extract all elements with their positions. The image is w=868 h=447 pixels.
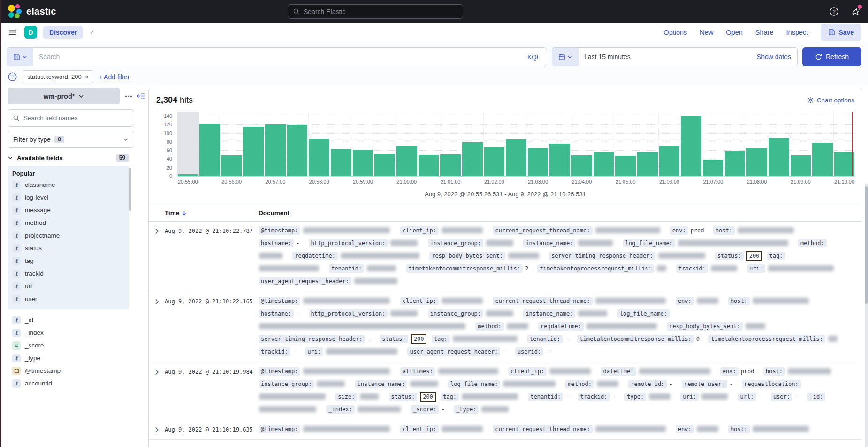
histogram-bar[interactable] [703, 160, 723, 176]
elastic-brand[interactable]: elastic [8, 4, 56, 18]
histogram-bar[interactable] [396, 146, 417, 176]
save-icon [828, 29, 835, 36]
histogram-bar[interactable] [419, 155, 439, 176]
expand-row-button[interactable] [149, 423, 165, 436]
histogram-bar[interactable] [746, 148, 767, 176]
available-fields-accordion[interactable]: Available fields 59 [8, 154, 129, 162]
refresh-button[interactable]: Refresh [802, 47, 861, 66]
breadcrumb-discover[interactable]: Discover [43, 26, 83, 39]
field-item-_id[interactable]: t_id [12, 314, 129, 326]
histogram-bar[interactable] [440, 154, 461, 176]
filter-pill-status-keyword[interactable]: status.keyword: 200 × [23, 70, 93, 83]
redacted-value [828, 336, 838, 342]
doc-field-name: timetakentoprocessrequest_millis: [537, 264, 654, 273]
time-range-value[interactable]: Last 15 minutes [579, 48, 751, 66]
new-link[interactable]: New [700, 29, 713, 36]
histogram-bar[interactable] [769, 138, 789, 176]
time-column-sort[interactable]: Time [165, 209, 259, 216]
page-scrollbar-thumb[interactable] [865, 186, 868, 304]
field-item-method[interactable]: tmethod [12, 216, 129, 229]
newsfeed-icon[interactable] [850, 6, 860, 16]
date-quick-select-button[interactable] [552, 48, 579, 66]
chart-options-button[interactable]: Chart options [807, 97, 854, 104]
histogram-bar[interactable] [571, 155, 592, 176]
expand-row-button[interactable] [149, 224, 165, 288]
histogram-bar[interactable] [331, 149, 351, 176]
histogram-bar[interactable] [594, 152, 614, 176]
highlighted-value: 200 [411, 334, 427, 344]
field-item-classname[interactable]: tclassname [12, 178, 129, 191]
field-item-@timestamp[interactable]: @timestamp [12, 364, 129, 377]
field-item-_score[interactable]: #_score [12, 339, 129, 352]
field-item-_index[interactable]: t_index [12, 326, 129, 339]
histogram-bar[interactable] [462, 142, 483, 176]
filter-menu-icon[interactable] [8, 72, 17, 82]
histogram-plot[interactable] [177, 112, 855, 177]
inspect-link[interactable]: Inspect [786, 29, 808, 36]
histogram-bar[interactable] [265, 124, 286, 177]
field-item-message[interactable]: tmessage [12, 204, 129, 216]
field-item-_type[interactable]: t_type [12, 352, 129, 364]
doc-field-name: client_ip: [400, 297, 439, 305]
field-item-uri[interactable]: turi [12, 280, 129, 293]
histogram-bar[interactable] [528, 148, 548, 176]
histogram-bar[interactable] [309, 139, 329, 176]
histogram-bar[interactable] [374, 154, 395, 176]
add-filter-link[interactable]: + Add filter [99, 73, 130, 81]
collapse-sidebar-icon[interactable] [137, 92, 145, 100]
query-input[interactable] [33, 48, 521, 66]
histogram-bar[interactable] [637, 152, 658, 176]
help-icon[interactable]: ? [829, 6, 839, 16]
menu-icon[interactable] [7, 27, 18, 38]
histogram-bar[interactable] [199, 124, 220, 176]
saved-query-menu-button[interactable] [7, 48, 33, 66]
filter-by-type-dropdown[interactable]: Filter by type 0 [8, 131, 134, 148]
field-item-accountid[interactable]: taccountid [12, 377, 129, 390]
field-item-log-level[interactable]: tlog-level [12, 191, 129, 204]
histogram-bar[interactable] [178, 174, 198, 176]
show-dates-link[interactable]: Show dates [751, 48, 797, 66]
histogram-bar[interactable] [243, 127, 264, 176]
histogram-bar[interactable] [659, 146, 680, 176]
workspace: wm-prod* Filter by type 0 [0, 85, 868, 447]
field-item-user[interactable]: tuser [12, 293, 129, 305]
field-item-trackid[interactable]: ttrackid [12, 267, 129, 280]
kql-toggle[interactable]: KQL [521, 48, 547, 66]
index-pattern-switcher[interactable]: wm-prod* [8, 88, 120, 104]
field-name-label: trackid [25, 270, 44, 277]
sidebar-scrollbar[interactable] [129, 168, 131, 211]
global-search-input[interactable] [304, 8, 458, 15]
redacted-value [649, 393, 670, 400]
y-axis-label: 100 [156, 131, 172, 136]
share-link[interactable]: Share [755, 29, 774, 36]
expand-row-button[interactable] [149, 295, 165, 358]
histogram-bar[interactable] [812, 143, 833, 176]
histogram-bar[interactable] [615, 156, 636, 176]
histogram-bar[interactable] [549, 144, 570, 176]
histogram-bar[interactable] [484, 147, 505, 176]
histogram-bar[interactable] [353, 150, 373, 176]
histogram-bar[interactable] [725, 151, 746, 176]
remove-filter-icon[interactable]: × [85, 73, 89, 81]
field-item-status[interactable]: tstatus [12, 242, 129, 254]
page-scrollbar[interactable] [865, 184, 868, 447]
time-range-subtitle: Aug 9, 2022 @ 20:55:26.531 - Aug 9, 2022… [149, 191, 862, 198]
field-search-input[interactable] [23, 115, 129, 122]
field-settings-icon[interactable] [125, 92, 132, 100]
options-link[interactable]: Options [663, 29, 687, 36]
expand-row-button[interactable] [149, 365, 165, 416]
histogram-bar[interactable] [287, 125, 308, 176]
histogram-bar[interactable] [791, 155, 811, 176]
discover-app-badge[interactable]: D [24, 26, 37, 39]
histogram-bar[interactable] [506, 139, 526, 176]
check-icon[interactable]: ✓ [89, 28, 95, 37]
field-search[interactable] [8, 109, 134, 127]
histogram-bar[interactable] [681, 116, 701, 176]
open-link[interactable]: Open [726, 29, 742, 36]
doc-field-name: hostname: [259, 239, 294, 247]
histogram-bar[interactable] [221, 155, 242, 176]
field-item-projectname[interactable]: tprojectname [12, 229, 129, 242]
save-button[interactable]: Save [821, 24, 861, 41]
field-item-tag[interactable]: ttag [12, 254, 129, 267]
global-search[interactable] [288, 4, 463, 19]
